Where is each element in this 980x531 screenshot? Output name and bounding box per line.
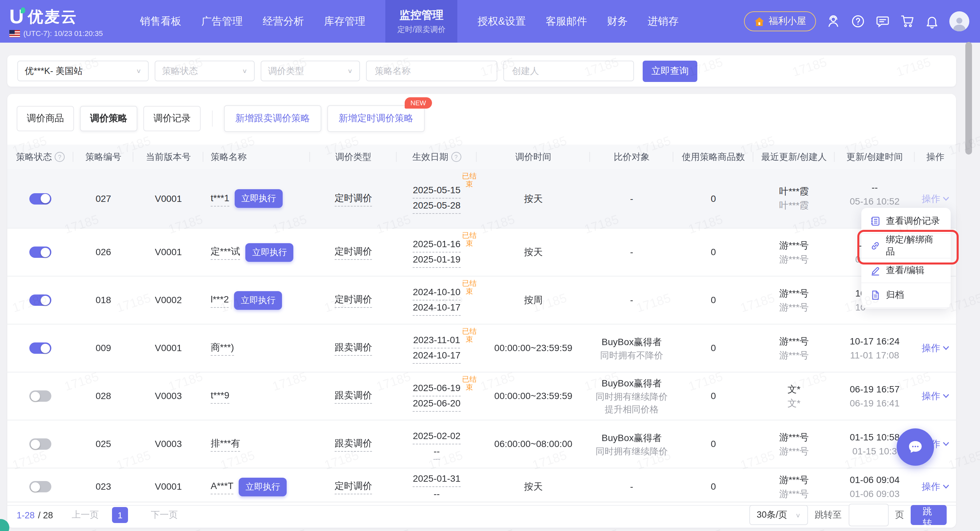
- execute-now-button[interactable]: 立即执行: [235, 189, 283, 208]
- prev-page-button[interactable]: 上一页: [72, 509, 99, 521]
- execute-now-button[interactable]: 立即执行: [246, 243, 294, 262]
- status-toggle[interactable]: [29, 438, 51, 450]
- date-start[interactable]: 2024-10-10: [413, 285, 460, 300]
- date-start[interactable]: 2025-01-16: [413, 237, 460, 252]
- row-action-link[interactable]: 操作: [922, 389, 949, 403]
- version-cell: V0002: [133, 276, 203, 324]
- price-type-link[interactable]: 跟卖调价: [335, 341, 372, 356]
- strategy-name-link[interactable]: l***2: [211, 292, 229, 308]
- menu-item-bind-unbind[interactable]: 绑定/解绑商品: [861, 234, 951, 258]
- welfare-house-button[interactable]: 福利小屋: [744, 11, 816, 31]
- archive-icon: [870, 290, 881, 301]
- version-cell: V0001: [133, 325, 203, 372]
- updater-cell: 游***号游***号: [753, 420, 835, 468]
- date-start[interactable]: 2023-11-01: [413, 333, 460, 348]
- nav-item-ads[interactable]: 广告管理: [201, 14, 243, 28]
- date-end[interactable]: --: [434, 487, 440, 502]
- page-size-select[interactable]: 30条/页 ∨: [749, 505, 808, 525]
- page-range[interactable]: 1-28: [17, 510, 35, 520]
- jump-button[interactable]: 跳 转: [911, 505, 947, 525]
- nav-item-sales[interactable]: 销售看板: [140, 14, 181, 28]
- tab-price-records[interactable]: 调价记录: [143, 106, 200, 131]
- menu-item-view-edit[interactable]: 查看/编辑: [861, 258, 951, 283]
- strategy-status-select[interactable]: 策略状态 ∨: [155, 61, 255, 81]
- strategy-name-input[interactable]: [373, 65, 490, 77]
- status-toggle[interactable]: [29, 390, 51, 402]
- cart-icon[interactable]: [900, 14, 915, 29]
- price-type-select[interactable]: 调价类型 ∨: [261, 61, 360, 81]
- nav-menu: 销售看板 广告管理 经营分析 库存管理 监控管理 定时/跟卖调价 授权&设置 客…: [140, 0, 679, 43]
- help-tooltip-icon[interactable]: ?: [55, 152, 65, 162]
- help-icon[interactable]: [851, 14, 865, 29]
- date-end[interactable]: 2024-10-17: [413, 348, 460, 363]
- chat-fab-button[interactable]: [897, 428, 934, 466]
- status-cell: [7, 325, 73, 372]
- execute-now-button[interactable]: 立即执行: [234, 291, 282, 309]
- date-end[interactable]: 2024-10-17: [413, 300, 460, 315]
- menu-item-view-records[interactable]: 查看调价记录: [861, 209, 951, 234]
- version-cell: V0001: [133, 169, 203, 228]
- date-end[interactable]: --: [434, 444, 440, 460]
- date-end[interactable]: 2025-05-28: [413, 198, 460, 214]
- chat-bubble-icon: [906, 438, 925, 457]
- strategy-name-link[interactable]: 排***有: [211, 436, 240, 452]
- tab-price-strategy[interactable]: 调价策略: [80, 106, 137, 131]
- nav-item-analysis[interactable]: 经营分析: [262, 14, 304, 28]
- nav-item-finance[interactable]: 财务: [607, 14, 628, 28]
- strategy-name-link[interactable]: 定***试: [211, 244, 240, 260]
- avatar[interactable]: [949, 11, 969, 31]
- help-tooltip-icon[interactable]: ?: [451, 152, 461, 162]
- status-toggle[interactable]: [29, 193, 51, 204]
- price-type-link[interactable]: 定时调价: [335, 244, 372, 260]
- compare-main: -: [630, 293, 633, 307]
- nav-item-mail[interactable]: 客服邮件: [546, 14, 587, 28]
- jump-page-input[interactable]: [848, 504, 888, 526]
- row-action-link[interactable]: 操作: [922, 341, 949, 355]
- date-start[interactable]: 2025-06-19: [413, 381, 460, 396]
- price-type-link[interactable]: 跟卖调价: [335, 388, 372, 404]
- date-start[interactable]: 2025-02-02: [413, 429, 460, 444]
- nav-item-inventory[interactable]: 库存管理: [324, 14, 365, 28]
- date-end[interactable]: 2025-01-19: [413, 252, 460, 268]
- updater-cell: 叶***霞叶***霞: [753, 169, 835, 228]
- tab-price-products[interactable]: 调价商品: [17, 106, 74, 131]
- date-start[interactable]: 2025-05-15: [413, 183, 460, 198]
- status-toggle[interactable]: [29, 481, 51, 492]
- bell-icon[interactable]: [925, 14, 939, 29]
- price-type-link[interactable]: 定时调价: [335, 292, 372, 308]
- strategy-name-link[interactable]: 商***): [211, 341, 234, 356]
- strategy-name-link[interactable]: A***T: [211, 479, 233, 495]
- status-toggle[interactable]: [29, 295, 51, 306]
- add-timed-strategy-button[interactable]: 新增定时调价策略 NEW: [327, 105, 425, 132]
- nav-item-monitor[interactable]: 监控管理 定时/跟卖调价: [385, 0, 457, 43]
- vertical-scrollbar-thumb[interactable]: [965, 42, 972, 155]
- feedback-icon[interactable]: [875, 14, 890, 29]
- creator-input[interactable]: [511, 65, 627, 77]
- strategy-name-cell: l***2立即执行: [203, 276, 310, 324]
- product-count-cell: 0: [673, 468, 753, 505]
- ended-tag: 已结束: [462, 231, 477, 247]
- customer-service-icon[interactable]: [826, 14, 841, 29]
- strategy-id-cell: 023: [73, 468, 133, 505]
- status-toggle[interactable]: [29, 342, 51, 354]
- menu-item-archive[interactable]: 归档: [861, 283, 951, 308]
- price-type-link[interactable]: 定时调价: [335, 191, 372, 206]
- execute-now-button[interactable]: 立即执行: [239, 477, 287, 496]
- status-toggle[interactable]: [29, 247, 51, 258]
- date-end[interactable]: 2025-06-20: [413, 396, 460, 411]
- row-action-link[interactable]: 操作: [922, 480, 949, 494]
- search-button[interactable]: 立即查询: [643, 60, 697, 82]
- strategy-name-link[interactable]: t***1: [211, 191, 229, 206]
- add-follow-strategy-button[interactable]: 新增跟卖调价策略: [224, 105, 321, 132]
- nav-item-purchase[interactable]: 进销存: [648, 14, 679, 28]
- next-page-button[interactable]: 下一页: [151, 509, 178, 521]
- nav-item-auth-settings[interactable]: 授权&设置: [477, 14, 526, 28]
- row-action-link[interactable]: 操作: [922, 192, 949, 206]
- price-type-link[interactable]: 跟卖调价: [335, 436, 372, 452]
- date-start[interactable]: 2025-01-31: [413, 471, 460, 487]
- page-number-1[interactable]: 1: [112, 507, 128, 523]
- strategy-name-link[interactable]: t***9: [211, 388, 229, 404]
- price-type-link[interactable]: 定时调价: [335, 479, 372, 495]
- product-count-cell: 0: [673, 325, 753, 372]
- shop-select[interactable]: 优***K- 美国站 ∨: [18, 61, 149, 81]
